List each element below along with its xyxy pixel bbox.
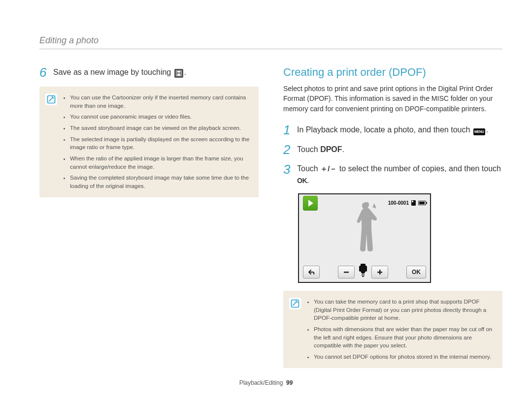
step-2: 2 Touch DPOF.: [283, 143, 502, 156]
step1-suffix: .: [486, 125, 488, 134]
ok-button[interactable]: OK: [406, 266, 426, 278]
step3-suffix: .: [307, 176, 309, 185]
svg-rect-6: [379, 270, 381, 275]
svg-rect-2: [177, 74, 180, 76]
play-icon: [308, 200, 313, 207]
page-footer: Playback/Editing 99: [0, 379, 532, 386]
step2-bold: DPOF: [320, 145, 342, 154]
plus-button[interactable]: [371, 266, 388, 278]
back-button[interactable]: [303, 266, 320, 278]
step3-prefix: Touch: [297, 164, 320, 173]
svg-rect-4: [344, 272, 349, 273]
ok-icon: OK: [297, 177, 307, 185]
note-item: You can take the memory card to a print …: [314, 298, 494, 322]
section-heading: Creating a print order (DPOF): [283, 66, 502, 79]
menu-icon: MENU: [473, 128, 485, 135]
intro-paragraph: Select photos to print and save print op…: [283, 84, 502, 114]
note-item: You cannot set DPOF options for photos s…: [314, 353, 494, 361]
step-1: 1 In Playback mode, locate a photo, and …: [283, 123, 502, 136]
step-number: 6: [39, 66, 53, 79]
print-copies-indicator: 0: [358, 266, 368, 278]
breadcrumb: Editing a photo: [39, 35, 502, 49]
ss-bottombar: 0 OK: [299, 262, 430, 282]
save-icon: [174, 69, 183, 78]
step-text: Touch ＋/－ to select the number of copies…: [297, 163, 502, 186]
camera-ui-screenshot: 100-0001: [298, 193, 431, 283]
manual-page: Editing a photo 6 Save as a new image by…: [0, 0, 532, 401]
plus-minus-icon: ＋/－: [320, 164, 337, 173]
step-number: 3: [283, 163, 297, 176]
step1-prefix: In Playback mode, locate a photo, and th…: [297, 125, 472, 134]
note-item: When the ratio of the applied image is l…: [70, 154, 250, 171]
printer-icon: [359, 266, 367, 272]
step2-suffix: .: [342, 145, 344, 154]
note-item: You cannot use panoramic images or video…: [70, 113, 250, 121]
right-note-box: You can take the memory card to a print …: [283, 291, 502, 368]
step6-text-prefix: Save as a new image by touching: [53, 68, 173, 76]
memory-card-icon: [411, 200, 416, 206]
note-item: The saved storyboard image can be viewed…: [70, 124, 250, 132]
right-note-list: You can take the memory card to a print …: [307, 298, 496, 361]
copies-stepper: 0: [338, 266, 388, 278]
step-number: 2: [283, 143, 297, 156]
note-item: You can use the Cartoonizer only if the …: [70, 93, 250, 110]
note-icon: [289, 298, 301, 309]
note-item: The selected image is partially displaye…: [70, 135, 250, 152]
minus-button[interactable]: [338, 266, 355, 278]
step-3: 3 Touch ＋/－ to select the number of copi…: [283, 163, 502, 186]
step-number: 1: [283, 123, 297, 136]
file-counter: 100-0001: [388, 200, 409, 206]
note-item: Saving the completed storyboard image ma…: [70, 174, 250, 190]
step-text: In Playback mode, locate a photo, and th…: [297, 124, 488, 136]
footer-section: Playback/Editing: [239, 379, 283, 386]
step2-prefix: Touch: [297, 145, 320, 154]
left-note-box: You can use the Cartoonizer only if the …: [39, 87, 259, 197]
step-text: Save as a new image by touching .: [53, 66, 186, 78]
step3-mid: to select the number of copies, and then…: [337, 164, 501, 173]
two-column-layout: 6 Save as a new image by touching . You …: [39, 66, 502, 368]
page-number: 99: [286, 379, 293, 386]
ss-status-area: 100-0001: [388, 200, 426, 206]
playback-mode-button[interactable]: [303, 196, 318, 211]
note-item: Photos with dimensions that are wider th…: [314, 325, 494, 350]
step6-text-suffix: .: [184, 68, 186, 76]
note-icon: [45, 93, 57, 105]
right-column: Creating a print order (DPOF) Select pho…: [283, 66, 502, 368]
step-text: Touch DPOF.: [297, 144, 344, 155]
photo-silhouette: [351, 202, 380, 266]
copies-value: 0: [362, 273, 365, 278]
svg-rect-1: [177, 71, 180, 73]
left-note-list: You can use the Cartoonizer only if the …: [63, 93, 252, 190]
battery-icon: [418, 201, 426, 205]
step-6: 6 Save as a new image by touching .: [39, 66, 259, 79]
left-column: 6 Save as a new image by touching . You …: [39, 66, 259, 368]
